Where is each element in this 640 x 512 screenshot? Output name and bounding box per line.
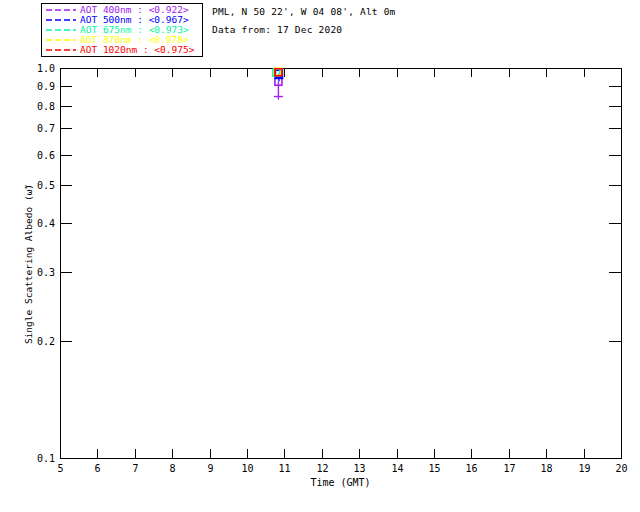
svg-text:14: 14 [391,463,403,474]
svg-text:12: 12 [316,463,328,474]
svg-text:0.8: 0.8 [37,101,55,112]
svg-text:0.7: 0.7 [37,123,55,134]
svg-text:19: 19 [578,463,590,474]
svg-text:15: 15 [428,463,440,474]
svg-text:18: 18 [540,463,552,474]
y-axis-title: Single Scattering Albedo (ω̃) [23,184,34,344]
svg-text:1.0: 1.0 [37,63,55,74]
svg-text:8: 8 [169,463,175,474]
svg-text:0.6: 0.6 [37,150,55,161]
svg-text:17: 17 [503,463,515,474]
svg-text:7: 7 [132,463,138,474]
svg-text:0.3: 0.3 [37,267,55,278]
ssa-plot-window: AOT 400nm : <0.922>AOT 500nm : <0.967>AO… [0,0,640,512]
svg-text:6: 6 [94,463,100,474]
svg-text:11: 11 [278,463,290,474]
svg-text:10: 10 [241,463,253,474]
x-axis-title: Time (GMT) [0,477,640,488]
svg-text:0.4: 0.4 [37,218,55,229]
svg-text:16: 16 [465,463,477,474]
svg-text:0.5: 0.5 [37,180,55,191]
plot-canvas: 5678910111213141516171819201.00.90.80.70… [0,0,640,512]
svg-text:0.2: 0.2 [37,336,55,347]
svg-text:5: 5 [57,463,63,474]
svg-text:0.1: 0.1 [37,453,55,464]
svg-text:20: 20 [615,463,627,474]
svg-text:9: 9 [207,463,213,474]
svg-text:0.9: 0.9 [37,81,55,92]
svg-text:13: 13 [353,463,365,474]
